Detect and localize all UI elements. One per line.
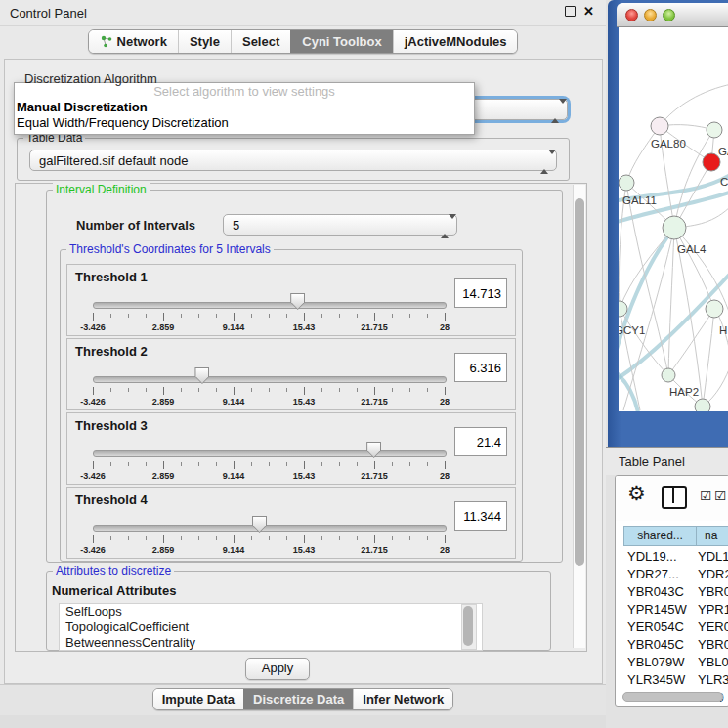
- zoom-traffic-light-icon[interactable]: [663, 9, 675, 21]
- network-canvas[interactable]: GAL80GACGAL11GAL4GCY1HHAP2: [619, 27, 728, 411]
- tab-infer-network-label: Infer Network: [363, 692, 444, 707]
- network-node[interactable]: [619, 301, 627, 317]
- table-row[interactable]: YBR043CYBR0: [616, 583, 728, 601]
- close-traffic-light-icon[interactable]: [625, 9, 638, 21]
- table-cell[interactable]: YDR27...: [627, 566, 698, 583]
- table-cell[interactable]: YPR1: [698, 601, 728, 619]
- tab-infer-network[interactable]: Infer Network: [353, 689, 452, 709]
- table-cell[interactable]: YLR3: [698, 671, 728, 689]
- dropdown-item-manual-discretization[interactable]: Manual Discretization: [15, 100, 474, 115]
- table-cell[interactable]: YER0: [698, 619, 728, 636]
- threshold-2-slider[interactable]: -3.4262.8599.14415.4321.71528: [91, 364, 449, 407]
- network-node-label: GAL11: [622, 194, 657, 206]
- slider-track[interactable]: [93, 376, 447, 383]
- slider-tick-label: 15.43: [293, 322, 316, 332]
- threshold-4-slider[interactable]: -3.4262.8599.14415.4321.71528: [91, 513, 449, 556]
- network-node[interactable]: [663, 216, 686, 239]
- threshold-4-value-field[interactable]: [454, 501, 507, 531]
- table-cell[interactable]: YDR2: [698, 566, 728, 583]
- table-row[interactable]: YBR045CYBR0: [616, 636, 728, 654]
- table-cell[interactable]: YER054C: [627, 619, 698, 636]
- table-row[interactable]: YLR345WYLR3: [616, 671, 728, 689]
- threshold-3-value-field[interactable]: [454, 427, 507, 456]
- settings-vertical-scrollbar[interactable]: [573, 185, 585, 648]
- attribute-item[interactable]: BetweennessCentrality: [60, 635, 482, 651]
- bottom-tab-bar: Impute Data Discretize Data Infer Networ…: [0, 684, 606, 715]
- table-cell[interactable]: YBL079W: [627, 654, 698, 671]
- float-window-icon[interactable]: [565, 6, 576, 17]
- column-header-name[interactable]: na: [697, 526, 728, 546]
- network-node[interactable]: [706, 300, 723, 318]
- attribute-item[interactable]: SelfLoops: [60, 604, 482, 620]
- column-header-shared-name[interactable]: shared...: [623, 526, 697, 546]
- table-cell[interactable]: YDL1: [698, 548, 728, 566]
- tab-network-label: Network: [117, 34, 167, 49]
- network-node[interactable]: [619, 175, 634, 191]
- slider-track[interactable]: [93, 302, 447, 309]
- table-row[interactable]: YER054CYER0: [616, 619, 728, 636]
- slider-scale-labels: -3.4262.8599.14415.4321.71528: [93, 397, 445, 407]
- table-row[interactable]: YDR27...YDR2: [616, 566, 728, 583]
- network-node[interactable]: [651, 117, 668, 135]
- slider-ticks: [93, 313, 445, 321]
- attributes-group-label: Attributes to discretize: [53, 564, 174, 578]
- apply-button[interactable]: Apply: [245, 658, 310, 680]
- checkbox-checked-icon[interactable]: ☑: [714, 489, 727, 502]
- numerical-attributes-list[interactable]: SelfLoopsTopologicalCoefficientBetweenne…: [59, 603, 483, 651]
- network-node[interactable]: [703, 153, 720, 171]
- number-of-intervals-combobox[interactable]: 5: [223, 214, 457, 236]
- discretization-algorithm-label: Discretization Algorithm: [24, 71, 157, 86]
- table-cell[interactable]: YLR345W: [627, 671, 698, 689]
- slider-tick-label: 2.859: [152, 545, 175, 555]
- table-data-combobox[interactable]: galFiltered.sif default node: [29, 150, 557, 171]
- table-rows: YDL19...YDL1YDR27...YDR2YBR043CYBR0YPR14…: [616, 548, 728, 707]
- attributes-to-discretize-group: Attributes to discretize Numerical Attri…: [46, 571, 551, 651]
- control-panel-window: Control Panel ✕ Network Style Select Cyn…: [0, 0, 606, 728]
- tab-network[interactable]: Network: [89, 30, 178, 53]
- table-cell[interactable]: YDL19...: [627, 548, 698, 566]
- network-node[interactable]: [662, 368, 675, 382]
- table-cell[interactable]: YBR043C: [627, 583, 698, 601]
- split-columns-icon[interactable]: [662, 486, 687, 509]
- threshold-3-slider[interactable]: -3.4262.8599.14415.4321.71528: [91, 439, 449, 482]
- table-row[interactable]: YPR145WYPR1: [616, 601, 728, 619]
- table-data-group: Table Data galFiltered.sif default node: [17, 138, 570, 181]
- tab-cyni-toolbox[interactable]: Cyni Toolbox: [290, 30, 392, 53]
- table-cell[interactable]: YBL0: [698, 654, 728, 671]
- tab-discretize-data-label: Discretize Data: [253, 692, 344, 707]
- tab-discretize-data[interactable]: Discretize Data: [243, 689, 353, 709]
- table-cell[interactable]: YPR145W: [627, 601, 698, 619]
- table-cell[interactable]: YBR045C: [627, 636, 698, 654]
- slider-track[interactable]: [93, 525, 447, 532]
- network-node[interactable]: [707, 122, 722, 138]
- algorithm-dropdown-popup: Select algorithm to view settings Manual…: [14, 82, 475, 135]
- threshold-2-value-field[interactable]: [454, 353, 507, 382]
- table-panel-title: Table Panel: [619, 454, 685, 469]
- table-horizontal-scrollbar[interactable]: [622, 692, 723, 702]
- attribute-item[interactable]: TopologicalCoefficient: [60, 620, 482, 635]
- dropdown-item-equal-width-frequency[interactable]: Equal Width/Frequency Discretization: [15, 115, 474, 131]
- cyni-toolbox-panel: Discretization Algorithm Select algorith…: [4, 59, 603, 684]
- network-node[interactable]: [695, 399, 710, 411]
- attributes-list-scrollbar[interactable]: [461, 604, 477, 650]
- tab-jactivemnodules[interactable]: jActiveMNodules: [393, 30, 518, 53]
- close-icon[interactable]: ✕: [583, 5, 594, 18]
- table-row[interactable]: YDL19...YDL1: [616, 548, 728, 566]
- tab-style[interactable]: Style: [178, 30, 231, 53]
- network-node-label: GAL80: [651, 138, 686, 150]
- interval-definition-group-label: Interval Definition: [53, 183, 150, 196]
- combo-arrows-icon: [441, 219, 450, 234]
- slider-track[interactable]: [93, 450, 447, 457]
- tab-jactivemnodules-label: jActiveMNodules: [405, 34, 507, 49]
- checkbox-checked-icon[interactable]: ☑: [700, 489, 712, 502]
- minimize-traffic-light-icon[interactable]: [644, 9, 657, 21]
- tab-select[interactable]: Select: [231, 30, 290, 53]
- table-cell[interactable]: YBR0: [698, 636, 728, 654]
- threshold-1-slider[interactable]: -3.4262.8599.14415.4321.71528: [91, 290, 449, 333]
- gear-icon[interactable]: ⚙: [627, 483, 646, 504]
- tab-impute-data[interactable]: Impute Data: [153, 689, 243, 709]
- threshold-4-label: Threshold 4: [75, 492, 148, 507]
- table-cell[interactable]: YBR0: [698, 583, 728, 601]
- table-row[interactable]: YBL079WYBL0: [616, 654, 728, 671]
- threshold-1-value-field[interactable]: [454, 278, 507, 308]
